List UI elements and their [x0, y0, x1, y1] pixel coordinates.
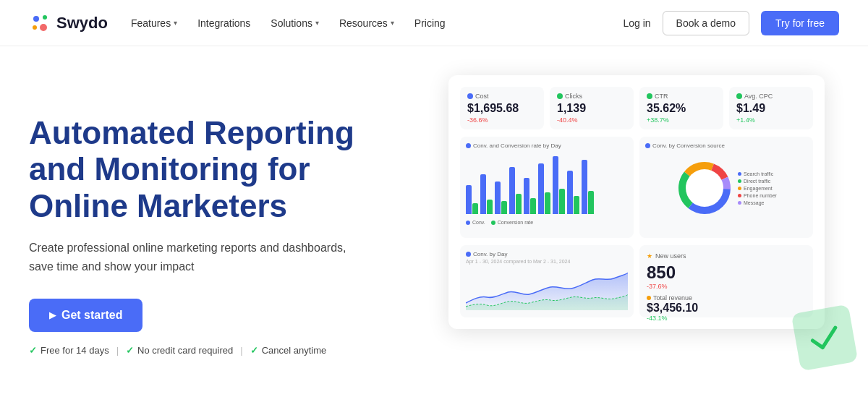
bar	[516, 194, 522, 214]
bar-group	[567, 171, 579, 214]
bar	[472, 203, 478, 214]
separator: |	[240, 345, 242, 356]
stats-card: ★ New users 850 -37.6% Total revenue $3,…	[639, 245, 813, 317]
legend-dot	[491, 221, 495, 225]
metric-ctr: CTR 35.62% +38.7%	[639, 87, 723, 129]
nav-features[interactable]: Features ▾	[131, 17, 177, 29]
chart-icon	[645, 143, 650, 148]
play-icon: ▶	[49, 310, 56, 320]
bar	[524, 178, 529, 214]
bar	[509, 167, 515, 214]
login-button[interactable]: Log in	[623, 17, 650, 29]
legend-dot	[466, 221, 470, 225]
metrics-row: Cost $1,695.68 -36.6% Clicks 1,139 -40.4…	[460, 87, 813, 129]
revenue-label: Total revenue	[647, 294, 806, 302]
donut-chart-card: Conv. by Conversion source	[639, 137, 813, 238]
metric-icon	[647, 93, 652, 99]
nav-resources[interactable]: Resources ▾	[339, 17, 394, 29]
check-icon: ✓	[126, 345, 134, 356]
nav-pricing[interactable]: Pricing	[414, 17, 446, 29]
chevron-down-icon: ▾	[391, 19, 394, 27]
donut-legend-item: Direct traffic	[738, 179, 777, 184]
bar-group	[495, 181, 507, 214]
chart-icon	[466, 143, 471, 148]
metric-cost-value: $1,695.68	[467, 102, 537, 115]
bar-group	[538, 163, 550, 214]
legend-rate: Conversion rate	[491, 220, 533, 225]
hero-dashboard: Cost $1,695.68 -36.6% Clicks 1,139 -40.4…	[434, 68, 839, 396]
donut-dot	[738, 201, 741, 205]
bar-group	[466, 185, 478, 214]
area-chart-svg	[466, 267, 628, 310]
check-icon: ✓	[250, 345, 258, 356]
nav-solutions[interactable]: Solutions ▾	[271, 17, 319, 29]
donut-legend-item: Search traffic	[738, 171, 777, 176]
metric-cpc: Avg. CPC $1.49 +1.4%	[729, 87, 813, 129]
hero-title: Automated Reporting and Monitoring for O…	[29, 115, 405, 225]
area-chart-card: Conv. by Day Apr 1 - 30, 2024 compared t…	[460, 245, 634, 317]
nav-links: Features ▾ Integrations Solutions ▾ Reso…	[131, 17, 600, 29]
metric-ctr-value: 35.62%	[647, 102, 716, 115]
try-for-free-button[interactable]: Try for free	[761, 11, 839, 35]
donut-dot	[738, 187, 741, 190]
bottom-row: Conv. by Day Apr 1 - 30, 2024 compared t…	[460, 245, 813, 317]
metric-ctr-change: +38.7%	[647, 116, 716, 124]
nav-actions: Log in Book a demo Try for free	[623, 11, 839, 35]
chevron-down-icon: ▾	[174, 19, 177, 27]
chevron-down-icon: ▾	[315, 19, 319, 27]
metric-icon	[736, 93, 742, 99]
hero-section: Automated Reporting and Monitoring for O…	[0, 46, 868, 410]
bar	[480, 174, 486, 214]
new-users-change: -37.6%	[647, 283, 806, 290]
donut-dot	[738, 172, 741, 176]
book-demo-button[interactable]: Book a demo	[663, 11, 750, 35]
logo[interactable]: Swydo	[29, 12, 108, 35]
metric-cpc-value: $1.49	[736, 102, 806, 115]
separator: |	[116, 345, 119, 356]
trust-badge-no-card: ✓ No credit card required	[126, 345, 233, 356]
metric-clicks-label: Clicks	[557, 93, 626, 100]
hero-content: Automated Reporting and Monitoring for O…	[29, 68, 405, 396]
new-users-value: 850	[647, 262, 806, 283]
bar-group	[524, 178, 536, 214]
svg-point-1	[43, 15, 47, 20]
check-icon: ✓	[29, 345, 37, 356]
bar	[487, 200, 493, 214]
bar-group	[553, 156, 565, 214]
metric-cost-change: -36.6%	[467, 116, 537, 124]
donut-legend-item: Message	[738, 200, 777, 205]
chart-icon	[466, 252, 471, 257]
revenue-value: $3,456.10	[647, 302, 806, 315]
metric-cpc-change: +1.4%	[736, 116, 806, 124]
metric-icon	[557, 93, 563, 99]
bar	[553, 156, 558, 214]
bar-group	[480, 174, 493, 214]
metric-clicks-value: 1,139	[557, 102, 626, 115]
revenue-icon	[647, 296, 651, 300]
bar	[574, 196, 579, 214]
bar	[582, 160, 587, 214]
bar	[495, 181, 501, 214]
revenue-change: -43.1%	[647, 315, 806, 322]
donut-legend-item: Phone number	[738, 193, 777, 198]
svg-point-9	[686, 169, 723, 207]
bar	[501, 201, 507, 214]
donut-dot	[738, 179, 741, 183]
svg-point-3	[40, 24, 47, 31]
svg-point-0	[33, 16, 39, 22]
nav-integrations[interactable]: Integrations	[197, 17, 250, 29]
bar	[559, 189, 565, 214]
metric-ctr-label: CTR	[647, 93, 716, 100]
charts-row: Conv. and Conversion rate by Day	[460, 137, 813, 238]
get-started-button[interactable]: ▶ Get started	[29, 299, 142, 332]
svg-point-2	[33, 25, 37, 30]
metric-icon	[467, 93, 473, 99]
donut-chart-title: Conv. by Conversion source	[645, 142, 807, 149]
trust-badges: ✓ Free for 14 days | ✓ No credit card re…	[29, 345, 405, 356]
bar-chart-card: Conv. and Conversion rate by Day	[460, 137, 634, 238]
star-icon: ★	[647, 252, 652, 260]
metric-cost-label: Cost	[467, 93, 537, 100]
donut-svg	[676, 159, 733, 217]
dashboard-preview: Cost $1,695.68 -36.6% Clicks 1,139 -40.4…	[448, 75, 825, 329]
donut-area: Search traffic Direct traffic Engagement	[645, 152, 807, 224]
